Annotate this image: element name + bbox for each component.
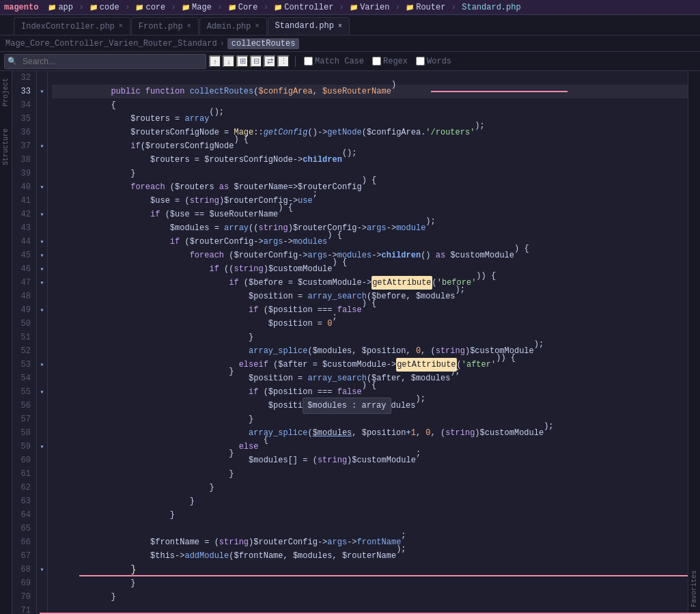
menu-item-router[interactable]: 📁 Router xyxy=(403,3,448,12)
match-case-option[interactable]: Match Case xyxy=(301,57,367,66)
code-line-33: public function collectRoutes($configAre… xyxy=(52,85,688,98)
menu-item-label: code xyxy=(100,3,120,12)
regex-checkbox[interactable] xyxy=(372,57,381,66)
close-icon[interactable]: × xyxy=(255,23,259,30)
menu-item-controller[interactable]: 📁 Controller xyxy=(271,3,336,12)
right-sidebar: Favorites xyxy=(688,71,700,614)
menu-item-varien[interactable]: 📁 Varien xyxy=(347,3,392,12)
close-icon[interactable]: × xyxy=(338,23,342,30)
code-line-68: } xyxy=(52,563,688,576)
menu-item-label: Controller xyxy=(284,3,333,12)
editor: 32 33 34 35 36 37 38 39 40 41 42 43 44 4… xyxy=(12,71,700,614)
match-case-label: Match Case xyxy=(315,57,364,66)
menu-item-core2[interactable]: 📁 Core xyxy=(225,3,261,12)
menu-item-label: Varien xyxy=(360,3,389,12)
close-icon[interactable]: × xyxy=(119,23,123,30)
app-logo: magento xyxy=(4,3,38,12)
menu-item-app[interactable]: 📁 app xyxy=(45,3,76,12)
search-icon: 🔍 xyxy=(8,57,17,66)
code-line-36: $routersConfigNode = Mage::getConfig()->… xyxy=(52,126,688,139)
menu-item-label: Core xyxy=(238,3,258,12)
tab-label: Standard.php xyxy=(275,21,334,31)
tooltip-modules: $modules : array xyxy=(303,397,391,414)
search-bar: 🔍 ↑ ↓ ⊞ ⊟ ⇄ ⋮ Match Case Regex Words xyxy=(0,52,700,71)
regex-option[interactable]: Regex xyxy=(369,57,410,66)
tab-label: Front.php xyxy=(139,22,183,31)
fold-gutter: ▾ ▾ ▾ ▾ ▾ ▾ ▾ ▾ ▾ ▾ ▾ ▾ xyxy=(37,71,48,614)
code-line-67: $this->addModule($frontName, $modules, $… xyxy=(52,549,688,563)
folder-icon: 📁 xyxy=(182,3,190,12)
line-numbers: 32 33 34 35 36 37 38 39 40 41 42 43 44 4… xyxy=(12,71,37,614)
code-line-69: } xyxy=(52,576,688,590)
code-line-38: $routers = $routersConfigNode->children(… xyxy=(52,153,688,167)
folder-icon: 📁 xyxy=(48,3,56,12)
code-line-64: } xyxy=(52,508,688,522)
search-input[interactable] xyxy=(18,55,203,68)
code-lines: public function collectRoutes($configAre… xyxy=(48,71,688,614)
folder-icon: 📁 xyxy=(350,3,358,12)
left-sidebar: Project Structure xyxy=(0,71,12,614)
close-icon[interactable]: × xyxy=(187,23,191,30)
breadcrumb-path[interactable]: Mage_Core_Controller_Varien_Router_Stand… xyxy=(5,39,217,48)
tab-standard[interactable]: Standard.php × xyxy=(268,17,350,35)
code-line-70: } xyxy=(52,590,688,604)
menu-bar: magento 📁 app › 📁 code › 📁 core › 📁 Mage… xyxy=(0,0,700,15)
breadcrumb-active[interactable]: collectRoutes xyxy=(227,38,300,49)
tab-index-controller[interactable]: IndexController.php × xyxy=(14,17,130,35)
code-line-32 xyxy=(52,71,688,85)
tab-front[interactable]: Front.php × xyxy=(131,17,199,35)
toggle-options-button[interactable]: ⋮ xyxy=(277,55,290,68)
select-all-button[interactable]: ⊟ xyxy=(250,55,262,68)
favorites-tab[interactable]: Favorites xyxy=(690,570,698,607)
next-match-button[interactable]: ↓ xyxy=(223,55,235,68)
menu-item-label: Mage xyxy=(192,3,212,12)
folder-icon: 📁 xyxy=(406,3,414,12)
folder-icon: 📁 xyxy=(135,3,143,12)
code-line-35: $routers = array(); xyxy=(52,112,688,126)
words-checkbox[interactable] xyxy=(416,57,425,66)
find-all-button[interactable]: ⊞ xyxy=(236,55,249,68)
sidebar-project-tab[interactable]: Project xyxy=(2,74,10,111)
menu-item-label: app xyxy=(58,3,73,12)
search-action-icons: ↑ ↓ ⊞ ⊟ ⇄ ⋮ xyxy=(209,55,290,68)
code-line-34: { xyxy=(52,98,688,112)
words-label: Words xyxy=(427,57,451,66)
menu-item-file[interactable]: Standard.php xyxy=(459,3,523,12)
folder-icon: 📁 xyxy=(228,3,236,12)
prev-match-button[interactable]: ↑ xyxy=(209,55,221,68)
menu-item-label: core xyxy=(145,3,165,12)
menu-item-code[interactable]: 📁 code xyxy=(87,3,122,12)
divider xyxy=(295,56,296,67)
menu-item-label: Router xyxy=(416,3,445,12)
menu-item-label: Standard.php xyxy=(462,3,520,12)
tab-admin[interactable]: Admin.php × xyxy=(199,17,267,35)
replace-button[interactable]: ⇄ xyxy=(264,55,276,68)
words-option[interactable]: Words xyxy=(413,57,454,66)
code-line-56: $positi$modules : arraydules); xyxy=(52,399,688,413)
breadcrumb: Mage_Core_Controller_Varien_Router_Stand… xyxy=(0,36,700,52)
tab-label: Admin.php xyxy=(207,22,251,31)
match-case-checkbox[interactable] xyxy=(304,57,313,66)
menu-item-core[interactable]: 📁 core xyxy=(132,3,168,12)
tab-label: IndexController.php xyxy=(21,22,115,31)
folder-icon: 📁 xyxy=(89,3,98,12)
menu-item-mage[interactable]: 📁 Mage xyxy=(179,3,214,12)
sidebar-structure-tab[interactable]: Structure xyxy=(2,124,10,169)
main-layout: Project Structure 32 33 34 35 36 37 38 3… xyxy=(0,71,700,614)
regex-label: Regex xyxy=(383,57,408,66)
folder-icon: 📁 xyxy=(274,3,282,12)
tabs-bar: IndexController.php × Front.php × Admin.… xyxy=(0,15,700,36)
